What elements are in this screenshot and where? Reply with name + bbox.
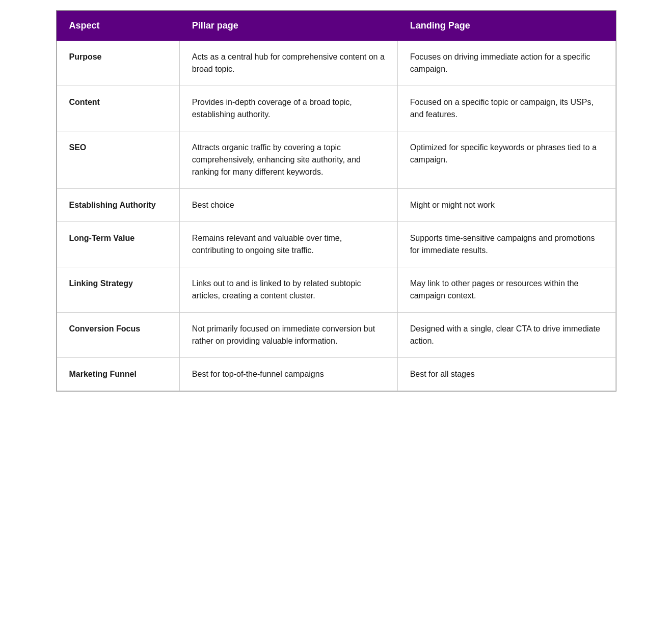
- cell-aspect: SEO: [57, 131, 179, 189]
- table-row: Conversion FocusNot primarily focused on…: [57, 313, 615, 358]
- header-pillar: Pillar page: [179, 11, 397, 41]
- cell-landing: Might or might not work: [397, 189, 615, 222]
- cell-landing: Focuses on driving immediate action for …: [397, 41, 615, 86]
- table-row: Long-Term ValueRemains relevant and valu…: [57, 222, 615, 267]
- cell-landing: Focused on a specific topic or campaign,…: [397, 86, 615, 131]
- cell-aspect: Conversion Focus: [57, 313, 179, 358]
- cell-landing: May link to other pages or resources wit…: [397, 267, 615, 313]
- cell-pillar: Not primarily focused on immediate conve…: [179, 313, 397, 358]
- cell-aspect: Purpose: [57, 41, 179, 86]
- cell-aspect: Establishing Authority: [57, 189, 179, 222]
- cell-pillar: Links out to and is linked to by related…: [179, 267, 397, 313]
- comparison-table: Aspect Pillar page Landing Page PurposeA…: [56, 10, 616, 392]
- table-row: Establishing AuthorityBest choiceMight o…: [57, 189, 615, 222]
- cell-aspect: Linking Strategy: [57, 267, 179, 313]
- cell-landing: Supports time-sensitive campaigns and pr…: [397, 222, 615, 267]
- cell-pillar: Remains relevant and valuable over time,…: [179, 222, 397, 267]
- cell-pillar: Attracts organic traffic by covering a t…: [179, 131, 397, 189]
- cell-pillar: Best choice: [179, 189, 397, 222]
- cell-landing: Designed with a single, clear CTA to dri…: [397, 313, 615, 358]
- cell-aspect: Content: [57, 86, 179, 131]
- table-row: Linking StrategyLinks out to and is link…: [57, 267, 615, 313]
- table-row: Marketing FunnelBest for top-of-the-funn…: [57, 358, 615, 391]
- header-landing: Landing Page: [397, 11, 615, 41]
- table-header-row: Aspect Pillar page Landing Page: [57, 11, 615, 41]
- cell-aspect: Marketing Funnel: [57, 358, 179, 391]
- table-row: PurposeActs as a central hub for compreh…: [57, 41, 615, 86]
- cell-landing: Optimized for specific keywords or phras…: [397, 131, 615, 189]
- cell-pillar: Provides in-depth coverage of a broad to…: [179, 86, 397, 131]
- cell-aspect: Long-Term Value: [57, 222, 179, 267]
- cell-landing: Best for all stages: [397, 358, 615, 391]
- table-row: ContentProvides in-depth coverage of a b…: [57, 86, 615, 131]
- cell-pillar: Acts as a central hub for comprehensive …: [179, 41, 397, 86]
- cell-pillar: Best for top-of-the-funnel campaigns: [179, 358, 397, 391]
- table-row: SEOAttracts organic traffic by covering …: [57, 131, 615, 189]
- header-aspect: Aspect: [57, 11, 179, 41]
